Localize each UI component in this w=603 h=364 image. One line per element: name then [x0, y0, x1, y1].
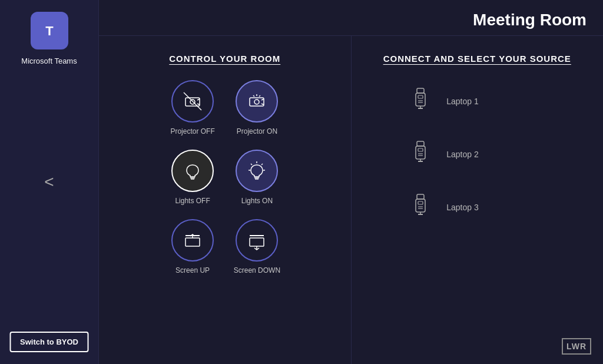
projector-on-item[interactable]: Projector ON: [236, 80, 278, 135]
svg-rect-37: [416, 146, 425, 159]
svg-rect-38: [418, 148, 423, 151]
lwr-logo: LWR: [562, 338, 591, 355]
screen-up-item[interactable]: Screen UP: [171, 219, 214, 274]
teams-logo: T: [31, 12, 68, 49]
svg-rect-43: [417, 194, 424, 199]
lights-on-button[interactable]: [236, 150, 278, 192]
projector-off-icon: [182, 91, 203, 112]
svg-rect-31: [418, 95, 423, 98]
laptop3-icon: [410, 192, 431, 223]
svg-line-12: [259, 95, 260, 97]
source-item-laptop1[interactable]: Laptop 1: [400, 80, 554, 123]
source-item-laptop2[interactable]: Laptop 2: [400, 133, 554, 176]
controls-grid: Projector OFF: [169, 80, 280, 274]
svg-rect-23: [185, 238, 200, 246]
laptop2-icon-wrap: [406, 137, 435, 172]
projector-on-label: Projector ON: [237, 127, 277, 135]
svg-rect-30: [416, 93, 425, 106]
projector-on-icon: [246, 91, 267, 112]
svg-line-20: [251, 164, 252, 165]
source-item-laptop3[interactable]: Laptop 3: [400, 186, 554, 229]
app-name: Microsoft Teams: [21, 57, 77, 65]
content-area: CONTROL YOUR ROOM Projector OFF: [99, 36, 603, 364]
svg-line-13: [253, 95, 254, 97]
svg-rect-29: [417, 88, 424, 93]
page-title: Meeting Room: [473, 11, 587, 29]
switch-byod-button[interactable]: Switch to BYOD: [9, 332, 89, 352]
projector-off-item[interactable]: Projector OFF: [170, 80, 214, 135]
control-panel-title: CONTROL YOUR ROOM: [169, 54, 280, 64]
screen-up-label: Screen UP: [175, 266, 210, 274]
screen-up-icon: [182, 230, 203, 251]
svg-rect-44: [416, 199, 425, 212]
laptop1-label: Laptop 1: [446, 97, 479, 106]
source-list: Laptop 1: [400, 80, 554, 229]
lights-off-icon: [182, 160, 203, 181]
main-content: Meeting Room CONTROL YOUR ROOM: [99, 0, 603, 364]
lights-on-label: Lights ON: [241, 197, 273, 205]
laptop1-icon-wrap: [406, 84, 435, 119]
lights-off-button[interactable]: [171, 150, 214, 192]
svg-point-8: [254, 100, 259, 104]
lights-on-item[interactable]: Lights ON: [236, 150, 278, 205]
svg-rect-26: [250, 238, 264, 246]
lights-off-label: Lights OFF: [175, 197, 210, 205]
svg-rect-45: [418, 201, 423, 204]
laptop1-icon: [410, 86, 431, 117]
screen-down-item[interactable]: Screen DOWN: [234, 219, 280, 274]
back-button[interactable]: <: [44, 173, 54, 191]
projector-off-button[interactable]: [171, 80, 214, 123]
svg-text:T: T: [45, 24, 54, 38]
header: Meeting Room: [99, 0, 603, 36]
sidebar: T Microsoft Teams < Switch to BYOD: [0, 0, 99, 364]
laptop3-icon-wrap: [406, 190, 435, 225]
svg-line-6: [184, 92, 201, 110]
control-panel: CONTROL YOUR ROOM Projector OFF: [99, 36, 352, 364]
svg-rect-7: [250, 98, 264, 106]
source-panel: CONNECT AND SELECT YOUR SOURCE: [352, 36, 604, 364]
screen-up-button[interactable]: [171, 219, 214, 262]
screen-down-button[interactable]: [236, 219, 278, 262]
screen-down-label: Screen DOWN: [234, 266, 280, 274]
projector-off-label: Projector OFF: [170, 127, 214, 135]
svg-line-19: [261, 164, 263, 165]
lights-on-icon: [246, 160, 267, 181]
laptop2-icon: [410, 139, 431, 170]
laptop2-label: Laptop 2: [446, 150, 479, 159]
laptop3-label: Laptop 3: [446, 203, 479, 212]
svg-rect-36: [417, 141, 424, 146]
source-panel-title: CONNECT AND SELECT YOUR SOURCE: [383, 54, 571, 64]
lights-off-item[interactable]: Lights OFF: [171, 150, 214, 205]
screen-down-icon: [246, 230, 267, 251]
projector-on-button[interactable]: [236, 80, 278, 123]
